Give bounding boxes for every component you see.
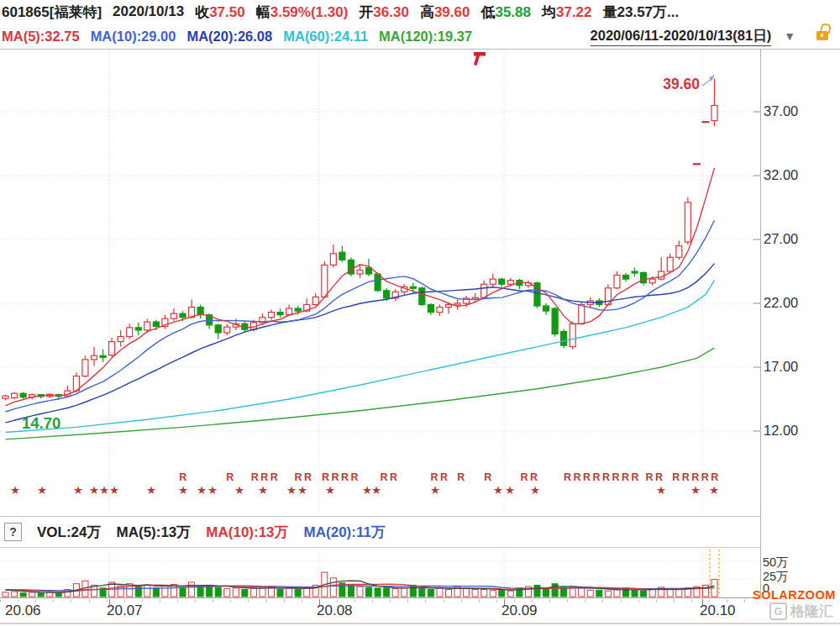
vol-ma5-legend: MA(5):13万 (117, 523, 192, 542)
ma5-legend: MA(5):32.75 (2, 29, 80, 45)
solarzoom-watermark: SOLARZOOM (753, 588, 836, 602)
ma120-legend: MA(120):19.37 (379, 29, 472, 45)
svg-text:14.70: 14.70 (22, 414, 60, 432)
svg-text:★: ★ (89, 484, 99, 497)
vol-value: VOL:24万 (37, 523, 102, 542)
field-low: 低35.88 (480, 3, 531, 22)
ma60-legend: MA(60):24.11 (283, 29, 368, 45)
field-avg: 均37.22 (542, 3, 592, 22)
svg-text:39.60: 39.60 (663, 76, 700, 92)
stock-chart-app: 601865[福莱特] 2020/10/13 收37.50 幅3.59%(1.3… (0, 0, 840, 626)
volume-header: ? VOL:24万 MA(5):13万 MA(10):13万 MA(20):11… (0, 516, 760, 548)
trade-date: 2020/10/13 (113, 3, 184, 20)
gelonghui-logo: G 格隆汇 (769, 602, 833, 621)
svg-text:★: ★ (10, 484, 20, 497)
svg-text:★: ★ (37, 484, 47, 497)
svg-text:★: ★ (73, 484, 83, 497)
field-change: 幅3.59%(1.30) (256, 3, 349, 22)
field-volume: 量23.57万... (603, 3, 680, 22)
svg-text:★: ★ (178, 484, 188, 497)
field-open: 开36.30 (359, 3, 409, 22)
svg-text:RR: RR (645, 471, 664, 483)
svg-text:★: ★ (505, 484, 515, 497)
svg-text:RR: RR (520, 471, 539, 483)
svg-text:★: ★ (325, 484, 335, 497)
svg-text:★: ★ (297, 484, 307, 497)
month-label: 20.06 (5, 602, 41, 619)
unlock-icon[interactable] (816, 31, 828, 40)
svg-text:RRRRRRRR: RRRRRRRR (564, 471, 641, 483)
ma-legend-bar: MA(5):32.75 MA(10):29.00 MA(20):26.08 MA… (2, 24, 838, 49)
chevron-down-icon[interactable]: ▼ (784, 29, 795, 43)
stock-code-name: 601865[福莱特] (2, 3, 102, 22)
price-tick: 27.00 (764, 231, 822, 247)
field-close: 收37.50 (195, 3, 245, 22)
month-label: 20.10 (700, 602, 736, 619)
svg-text:★: ★ (146, 484, 156, 497)
svg-text:RR: RR (380, 471, 399, 483)
svg-text:RR: RR (430, 471, 449, 483)
vol-ma20-legend: MA(20):11万 (304, 523, 386, 542)
svg-text:★: ★ (709, 484, 719, 497)
svg-text:★: ★ (656, 484, 666, 497)
vol-ma10-legend: MA(10):13万 (206, 523, 288, 542)
svg-text:★: ★ (99, 484, 109, 497)
svg-text:R: R (179, 471, 189, 483)
svg-text:★: ★ (430, 484, 440, 497)
bottom-border (0, 623, 840, 624)
price-tick: 12.00 (764, 423, 822, 439)
month-label: 20.07 (107, 602, 143, 619)
date-range-selector[interactable]: 2020/06/11-2020/10/13(81日) (591, 27, 772, 46)
volume-baseline (0, 597, 761, 598)
svg-text:★: ★ (371, 484, 381, 497)
svg-text:R: R (226, 471, 236, 483)
svg-text:RRRR: RRRR (322, 471, 360, 483)
price-tick: 32.00 (764, 167, 822, 183)
svg-text:★: ★ (286, 484, 297, 497)
month-label: 20.09 (501, 602, 538, 619)
svg-text:★: ★ (207, 484, 218, 497)
month-label: 20.08 (317, 602, 353, 619)
svg-text:★: ★ (197, 484, 207, 497)
svg-text:RRRRR: RRRRR (672, 471, 721, 483)
price-tick: 22.00 (764, 295, 822, 311)
svg-text:★: ★ (493, 484, 503, 497)
svg-text:★: ★ (234, 484, 244, 497)
ma10-legend: MA(10):29.00 (91, 29, 176, 45)
svg-text:R: R (457, 471, 467, 483)
svg-text:RRR: RRR (251, 471, 281, 483)
logo-text: 格隆汇 (790, 602, 833, 621)
title-bar: 601865[福莱特] 2020/10/13 收37.50 幅3.59%(1.3… (2, 0, 838, 24)
x-axis: 20.06 20.07 20.08 20.09 20.10 (0, 599, 840, 624)
svg-text:RR: RR (294, 471, 313, 483)
price-tick: 37.00 (764, 103, 822, 119)
volume-chart[interactable] (0, 548, 760, 597)
price-axis-line (760, 49, 761, 598)
svg-text:★: ★ (258, 484, 268, 497)
ma20-legend: MA(20):26.08 (186, 29, 272, 45)
price-tick: 17.00 (764, 359, 822, 375)
field-high: 高39.60 (420, 3, 470, 22)
logo-g-icon: G (769, 602, 787, 620)
svg-text:★: ★ (109, 484, 119, 497)
help-button[interactable]: ? (4, 523, 22, 541)
svg-text:R: R (484, 471, 494, 483)
svg-text:★: ★ (690, 484, 701, 497)
main-chart[interactable]: ★★★★★★★★★★★★★★★★★★★★★★★★RRRRRRRRRRRRRRRR… (0, 49, 760, 514)
svg-text:★: ★ (530, 484, 540, 497)
